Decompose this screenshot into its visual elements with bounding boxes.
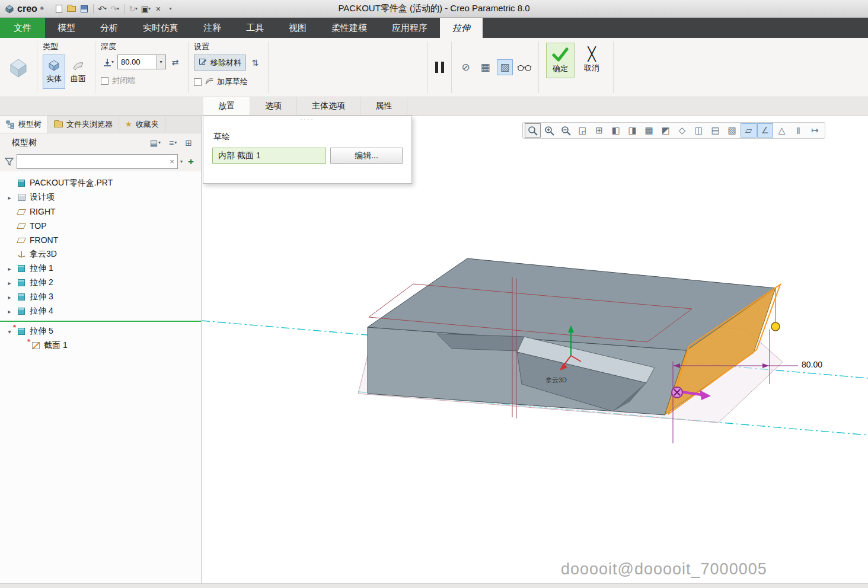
tab-body-options[interactable]: 主体选项 [297,97,360,115]
thicken-sketch-checkbox[interactable] [194,78,202,86]
tree-item-top-plane[interactable]: TOP [0,219,201,233]
solid-type-button[interactable]: 实体 [43,55,65,89]
redo-button[interactable]: ↷▾ [109,2,121,15]
sketch-reference-field[interactable]: 内部 截面 1 [212,148,326,164]
tab-properties[interactable]: 属性 [360,97,407,115]
exit-button[interactable]: ↦ [807,123,823,138]
repaint-button[interactable]: ⊞ [591,123,607,138]
tree-item-part-root[interactable]: PACKOUT零件盒.PRT [0,176,201,190]
cancel-button[interactable]: ╳ 取消 [577,43,606,78]
zoom-out-button[interactable] [558,123,574,138]
tab-file[interactable]: 文件 [0,18,45,38]
tab-model-tree[interactable]: 模型树 [0,116,48,133]
watermark-text: dooooit@dooooit_7000005 [561,560,767,579]
depth-dimension-label[interactable]: 80.00 [802,360,822,369]
tab-model[interactable]: 模型 [45,18,88,38]
tree-item-extrude-2[interactable]: ▸ 拉伸 2 [0,276,201,290]
tab-view[interactable]: 视图 [276,18,319,38]
zoom-window-button[interactable] [525,123,541,138]
tree-search-input[interactable] [17,157,167,166]
ok-button[interactable]: 确定 [546,43,575,78]
expand-icon[interactable]: ▸ [6,308,13,315]
pause-button[interactable] [435,62,444,73]
tree-item-right-plane[interactable]: RIGHT [0,204,201,219]
saved-orientations-button[interactable]: ◫ [691,123,707,138]
verify-preview-button[interactable] [516,59,532,75]
expand-icon[interactable]: ▸ [6,266,13,272]
tree-item-front-plane[interactable]: FRONT [0,233,201,247]
shading-button[interactable]: ▩ [641,123,657,138]
remove-material-toggle[interactable]: 移除材料 [194,55,246,71]
expand-icon[interactable]: ▸ [6,294,13,301]
capped-ends-checkbox[interactable] [101,77,108,85]
tab-options[interactable]: 选项 [250,97,297,115]
annotation-display-button[interactable]: ▧ [724,123,740,138]
tab-favorites[interactable]: ★ 收藏夹 [119,116,165,133]
customize-toolbar-button[interactable]: ▾ [165,2,177,15]
tab-extrude-active[interactable]: 拉伸 [440,18,483,38]
tree-settings-button[interactable]: ⊞ [182,138,195,148]
datum-axis-display-button[interactable]: ∠ [757,123,773,138]
extrude-feature-icon: * [17,327,26,336]
tree-item-design-items[interactable]: ▸ 设计项 [0,190,201,204]
depth-value-input[interactable] [118,55,156,69]
window-display-button[interactable]: ▣▾ [140,2,152,15]
perspective-button[interactable]: ◇ [674,123,690,138]
wireframe-preview-button[interactable]: ▦ [477,59,493,75]
panel-drag-handle[interactable]: ···· [203,116,411,123]
shaded-preview-button[interactable]: ▨ [497,59,513,75]
graphics-area[interactable]: ◲ ⊞ ◧ ◨ ▩ ◩ ◇ ◫ ▤ ▧ ▱ ∠ △ ‖ ↦ ···· 草绘 内部… [202,116,868,587]
hidden-line-button[interactable]: ◨ [624,123,640,138]
tree-display-button[interactable]: ≡▾ [166,138,180,148]
tree-item-extrude-5-pending[interactable]: ▾ * 拉伸 5 [0,324,201,338]
extrude-dashboard-ribbon: 类型 实体 曲面 深度 [0,38,868,97]
tree-item-section-1-pending[interactable]: * 截面 1 [0,338,201,353]
tree-item-extrude-4[interactable]: ▸ 拉伸 4 [0,304,201,318]
flip-material-side-button[interactable]: ⇅ [248,55,263,70]
zoom-in-button[interactable] [541,123,557,138]
tab-annotate[interactable]: 注释 [191,18,234,38]
depth-option-button[interactable]: ▾ [101,55,116,69]
view-manager-button[interactable]: ▤ [707,123,723,138]
datum-plane-display-button[interactable]: ▱ [741,123,757,138]
tree-filters-button[interactable]: ▤▾ [147,138,164,148]
tree-item-extrude-3[interactable]: ▸ 拉伸 3 [0,290,201,304]
new-file-button[interactable] [53,2,65,15]
tab-tools[interactable]: 工具 [234,18,276,38]
tab-flexible-modeling[interactable]: 柔性建模 [319,18,379,38]
refit-button[interactable]: ◲ [575,123,591,138]
flip-depth-direction-button[interactable]: ⇄ [168,55,183,69]
tab-live-simulation[interactable]: 实时仿真 [130,18,191,38]
tab-placement[interactable]: 放置 [203,97,250,115]
no-preview-button[interactable]: ⊘ [458,59,474,75]
display-style-button[interactable]: ◧ [608,123,624,138]
save-button[interactable] [78,2,90,15]
search-clear-icon[interactable]: × [167,157,177,166]
section-button[interactable]: ◩ [658,123,674,138]
close-window-button[interactable]: × [152,2,164,15]
notifications-button[interactable]: △ [774,123,790,138]
search-options-caret-icon[interactable]: ▾ [180,159,183,164]
pause-display-button[interactable]: ‖ [790,123,806,138]
regenerate-button[interactable]: ↻▾ [127,2,139,15]
insert-indicator-line[interactable] [0,321,201,322]
collapse-icon[interactable]: ▾ [6,328,13,335]
expand-icon[interactable]: ▸ [6,194,13,201]
tree-item-csys[interactable]: 拿云3D [0,247,201,261]
expand-icon[interactable]: ▸ [6,280,13,286]
undo-button[interactable]: ↶▾ [97,2,108,15]
surface-type-button[interactable]: 曲面 [67,55,90,89]
depth-dropdown-button[interactable]: ▾ [156,55,165,69]
depth-drag-handle[interactable] [771,322,780,331]
tab-analysis[interactable]: 分析 [88,18,130,38]
tab-folder-browser[interactable]: 文件夹浏览器 [48,116,119,133]
surface-icon [72,59,85,71]
capped-ends-option[interactable]: 封闭端 [101,75,183,86]
tab-applications[interactable]: 应用程序 [379,18,440,38]
model-viewport[interactable]: 80.00 拿云3D [202,116,868,587]
open-file-button[interactable] [66,2,78,15]
tree-item-extrude-1[interactable]: ▸ 拉伸 1 [0,261,201,276]
thicken-sketch-option[interactable]: 加厚草绘 [194,76,263,87]
add-filter-button[interactable]: + [186,156,196,168]
edit-sketch-button[interactable]: 编辑... [330,148,403,164]
